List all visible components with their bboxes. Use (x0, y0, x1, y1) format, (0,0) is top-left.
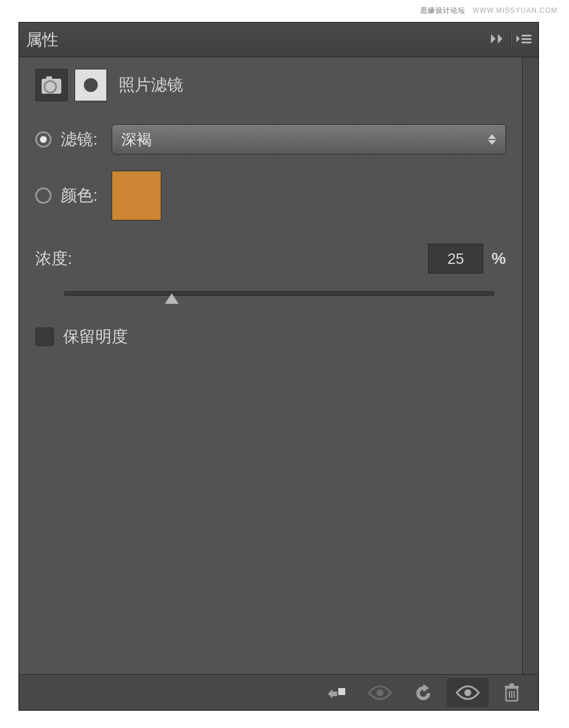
svg-point-8 (376, 689, 383, 696)
watermark-cn: 思缘设计论坛 (420, 6, 465, 14)
panel-footer (19, 674, 538, 710)
color-row: 颜色: (35, 171, 506, 220)
adjustment-icon-button[interactable] (35, 69, 68, 101)
color-radio[interactable] (35, 187, 51, 204)
filter-row: 滤镜: 深褐 (35, 124, 506, 155)
preserve-luminosity-row: 保留明度 (35, 326, 506, 348)
svg-rect-0 (522, 35, 531, 36)
density-input[interactable]: 25 (428, 244, 483, 274)
panel-title: 属性 (26, 29, 58, 51)
preserve-luminosity-checkbox[interactable] (35, 328, 54, 346)
density-label: 浓度: (35, 248, 72, 270)
slider-thumb[interactable] (165, 293, 179, 304)
svg-rect-11 (505, 686, 519, 688)
adjustment-type-row: 照片滤镜 (35, 69, 506, 101)
mask-icon (81, 75, 101, 95)
delete-button[interactable] (491, 678, 533, 707)
header-controls (490, 32, 531, 48)
svg-rect-4 (46, 76, 52, 80)
color-label: 颜色: (61, 185, 102, 207)
svg-rect-1 (522, 38, 531, 40)
density-unit: % (492, 249, 506, 268)
panel-header: 属性 (19, 23, 538, 57)
svg-point-6 (84, 78, 98, 92)
divider (511, 32, 512, 48)
visibility-button[interactable] (447, 678, 489, 707)
content-area: 照片滤镜 滤镜: 深褐 颜色: 浓度: (19, 57, 522, 674)
filter-label: 滤镜: (61, 128, 102, 150)
watermark: 思缘设计论坛 WWW.MISSYUAN.COM (420, 6, 557, 16)
adjustment-type-label: 照片滤镜 (119, 74, 183, 96)
preserve-luminosity-label: 保留明度 (63, 326, 128, 348)
density-value: 25 (448, 250, 464, 268)
panel-menu-icon[interactable] (516, 33, 531, 47)
panel-body: 照片滤镜 滤镜: 深褐 颜色: 浓度: (19, 57, 538, 674)
photo-filter-icon (40, 75, 63, 95)
density-value-wrap: 25 % (428, 244, 506, 274)
density-row: 浓度: 25 % (35, 244, 506, 274)
svg-rect-7 (338, 688, 345, 695)
reset-button[interactable] (403, 678, 445, 707)
clip-to-layer-button[interactable] (315, 678, 357, 707)
scrollbar[interactable] (522, 57, 538, 674)
watermark-url: WWW.MISSYUAN.COM (472, 6, 557, 14)
filter-selected-value: 深褐 (121, 130, 152, 150)
color-swatch[interactable] (112, 171, 161, 220)
slider-track (64, 291, 494, 296)
dropdown-arrows-icon (488, 134, 496, 145)
filter-dropdown[interactable]: 深褐 (112, 124, 506, 155)
svg-rect-12 (509, 683, 514, 686)
filter-radio[interactable] (35, 131, 51, 148)
view-previous-button[interactable] (359, 678, 401, 707)
properties-panel: 属性 (19, 22, 539, 711)
mask-icon-button[interactable] (75, 69, 107, 101)
svg-rect-2 (522, 42, 531, 43)
svg-point-9 (464, 689, 471, 696)
density-slider[interactable] (64, 285, 494, 303)
collapse-icon[interactable] (490, 33, 506, 47)
